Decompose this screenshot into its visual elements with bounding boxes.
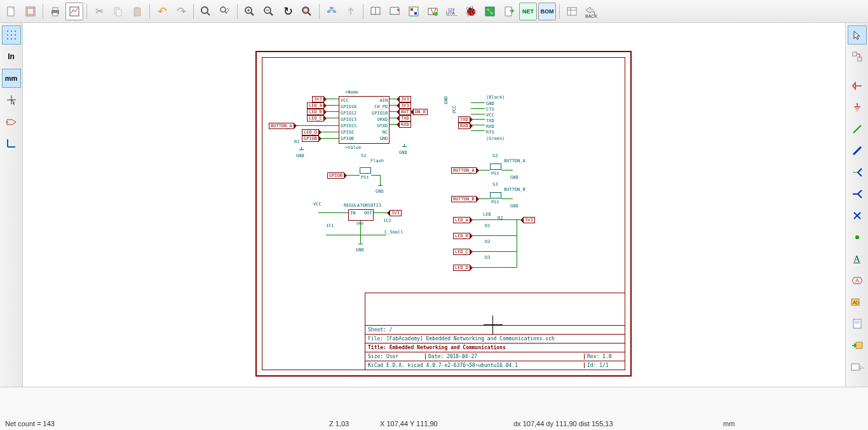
place-sheet-tool[interactable]: [848, 314, 867, 333]
print-icon[interactable]: [46, 3, 64, 20]
place-noconnect-tool[interactable]: [848, 206, 867, 225]
svg-line-79: [858, 194, 862, 198]
grid-toggle[interactable]: [2, 25, 21, 45]
place-power-tool[interactable]: [848, 98, 867, 117]
import-icon[interactable]: [500, 3, 518, 20]
hierarchy-icon[interactable]: [323, 3, 341, 20]
select-tool[interactable]: [848, 25, 867, 45]
paste-icon[interactable]: [128, 3, 146, 20]
net-led-c2: LED_C: [453, 249, 470, 255]
place-sheetpin-tool[interactable]: ▷A: [848, 357, 867, 377]
svg-text:A▷: A▷: [853, 300, 860, 305]
schematic-canvas[interactable]: >Name >Value VCCGPIO16GPIO12GPIO13GPIO15…: [23, 23, 845, 387]
net-but: BUT: [399, 109, 411, 115]
zoom-redraw-icon[interactable]: ↻: [279, 3, 297, 20]
reg-name: REGULATORSOT23: [344, 203, 381, 208]
svg-rect-63: [853, 52, 857, 56]
conn-vcc: VCC: [452, 106, 457, 114]
place-wire2bus-tool[interactable]: [848, 163, 867, 182]
svg-line-78: [858, 190, 862, 194]
zoom-in-icon[interactable]: [241, 3, 259, 20]
undo-icon[interactable]: ↶: [153, 3, 171, 20]
svg-text:A: A: [855, 277, 859, 284]
zoom-out-icon[interactable]: [260, 3, 278, 20]
net-button-a: BUTTON_A: [269, 123, 294, 129]
edit-fields-icon[interactable]: [563, 3, 581, 20]
r1: R1: [294, 139, 299, 144]
svg-point-56: [11, 38, 12, 39]
u1-pin: VCCGPIO16GPIO12GPIO13GPIO15GPIO2GPIO0: [341, 97, 356, 142]
svg-point-51: [15, 31, 16, 32]
units-mm[interactable]: mm: [2, 69, 21, 88]
erc-icon[interactable]: [424, 3, 442, 20]
svg-point-50: [11, 31, 12, 32]
right-toolbar: A A A▷ ▷A: [845, 23, 868, 387]
annotate-icon[interactable]: [405, 3, 423, 20]
psl3: PSt: [491, 200, 499, 205]
status-netcount: Net count = 143: [0, 420, 324, 427]
d1: D1: [485, 223, 490, 228]
net-gpio0-2: GPIO0: [327, 172, 344, 179]
net-rxd: RXD: [399, 121, 411, 128]
sheet-border: >Name >Value VCCGPIO16GPIO12GPIO13GPIO15…: [255, 51, 632, 377]
net-led-d: LED_D: [302, 129, 319, 135]
svg-point-11: [201, 7, 208, 13]
conn-pins: GNDCTSVCCTXDRXDRTS: [486, 101, 494, 135]
svg-rect-26: [327, 11, 330, 13]
find-replace-icon[interactable]: [216, 3, 234, 20]
netlist-icon[interactable]: NET: [519, 3, 537, 20]
svg-point-49: [7, 31, 8, 32]
footprint-icon[interactable]: 🐞: [462, 3, 480, 20]
svg-rect-2: [27, 8, 34, 15]
units-in[interactable]: In: [2, 47, 21, 66]
lib-browser-icon[interactable]: [367, 3, 384, 20]
new-icon[interactable]: [3, 3, 20, 20]
reg-in: IN: [350, 211, 355, 216]
place-hierlabel-tool[interactable]: A▷: [848, 293, 867, 312]
place-netlabel-tool[interactable]: A: [848, 249, 867, 268]
net-led-b2: LED_B: [453, 233, 470, 239]
net-3v3-r2: 3V3: [399, 102, 411, 109]
bus-direction[interactable]: [2, 134, 21, 153]
find-icon[interactable]: [197, 3, 215, 20]
svg-point-54: [15, 34, 16, 36]
left-toolbar: In mm: [0, 23, 23, 387]
highlight-net-tool[interactable]: [848, 47, 867, 66]
place-wire-tool[interactable]: [848, 120, 867, 139]
place-component-tool[interactable]: [848, 76, 867, 95]
place-globallabel-tool[interactable]: A: [848, 271, 867, 290]
back-icon[interactable]: BACK: [582, 3, 600, 20]
net-button-b2: BUTTON_B: [451, 196, 477, 202]
zoom-fit-icon[interactable]: [298, 3, 316, 20]
place-bus-tool[interactable]: [848, 141, 867, 160]
net-led-c: LED_C: [307, 115, 324, 121]
cvpcb-icon[interactable]: U?A123: [443, 3, 461, 20]
leave-sheet-icon[interactable]: [342, 3, 360, 20]
page-setup-icon[interactable]: [22, 3, 39, 20]
place-junction-tool[interactable]: [848, 228, 867, 247]
cursor-shape[interactable]: [2, 90, 21, 109]
copy-icon[interactable]: [109, 3, 127, 20]
net-button-a2: BUTTON_A: [451, 167, 477, 174]
svg-point-36: [434, 12, 438, 16]
status-bar: Net count = 143 Z 1,03 X 107,44 Y 111,90…: [0, 387, 868, 430]
u1-name: >Name: [345, 90, 358, 95]
svg-point-53: [11, 34, 12, 36]
gnd-1: GND: [296, 153, 304, 158]
place-bus2bus-tool[interactable]: [848, 184, 867, 204]
hidden-pins[interactable]: [2, 112, 21, 131]
net-txd2: TXD: [458, 116, 470, 123]
d3: D3: [485, 255, 490, 260]
pcbnew-icon[interactable]: [481, 3, 499, 20]
lib-editor-icon[interactable]: [386, 3, 403, 20]
bom-icon[interactable]: BOM: [538, 3, 556, 20]
svg-point-82: [855, 235, 859, 239]
plot-icon[interactable]: [65, 3, 83, 20]
top-toolbar: ✂ ↶ ↷ ↻ U?A123 🐞 NET BOM BACK: [0, 0, 868, 23]
net-3v3: 3V3: [312, 96, 324, 102]
svg-line-20: [270, 13, 273, 15]
import-sheetpin-tool[interactable]: [848, 336, 867, 355]
cut-icon[interactable]: ✂: [90, 3, 108, 20]
redo-icon[interactable]: ↷: [172, 3, 190, 20]
u1-pin-r: AINCH_PDGPIO10URXDUTXDNCGND: [372, 97, 388, 142]
